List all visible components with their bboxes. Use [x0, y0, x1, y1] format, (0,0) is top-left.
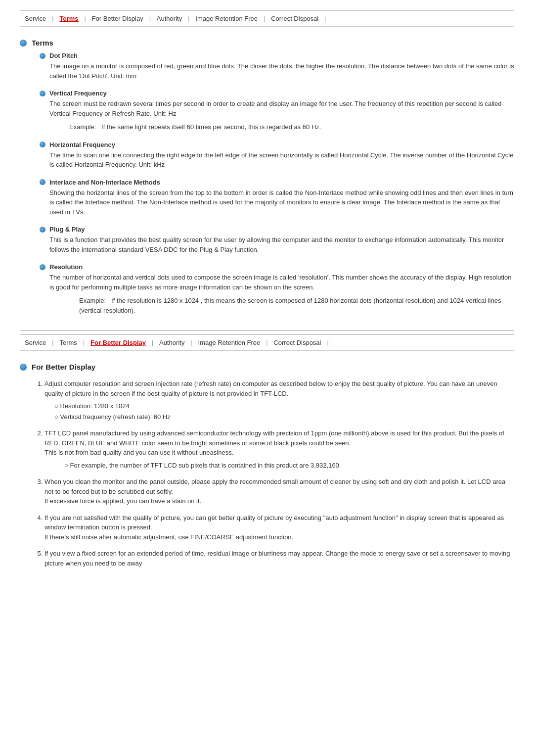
fbd-item-1-sub-2: Vertical frequency (refresh rate): 60 Hz [54, 412, 514, 422]
resolution-subsection: Resolution The number of horizontal and … [40, 263, 514, 315]
horizontal-freq-dot [40, 142, 45, 147]
dot-pitch-title: Dot Pitch [49, 52, 78, 59]
plug-play-title: Plug & Play [49, 226, 85, 233]
plug-play-body: This is a function that provides the bes… [49, 235, 514, 254]
nav-terms-2[interactable]: Terms [54, 338, 82, 347]
terms-section: Terms Dot Pitch The image on a monitor i… [20, 39, 514, 315]
dot-pitch-body: The image on a monitor is composed of re… [49, 61, 514, 81]
vertical-freq-dot [40, 91, 45, 96]
resolution-example-label: Example: [79, 297, 111, 304]
fbd-item-2-text: TFT LCD panel manufactured by using adva… [44, 429, 504, 456]
resolution-dot [40, 264, 45, 270]
vertical-freq-example-label: Example: [69, 123, 101, 131]
horizontal-freq-subsection: Horizontal Frequency The time to scan on… [40, 141, 514, 170]
nav-authority-2[interactable]: Authority [154, 338, 189, 347]
nav-bar-top: Service | Terms | For Better Display | A… [20, 10, 514, 27]
fbd-item-2-subitem: ○ For example, the number of TFT LCD sub… [64, 461, 514, 471]
vertical-freq-body: The screen must be redrawn several times… [49, 99, 514, 118]
fbd-item-3-text: When you clean the monitor and the panel… [44, 478, 505, 505]
resolution-title: Resolution [49, 263, 83, 271]
nav-service-2[interactable]: Service [20, 338, 51, 347]
vertical-freq-example: Example: If the same light repeats itsel… [69, 122, 514, 132]
fbd-item-5: If you view a fixed screen for an extend… [44, 549, 514, 568]
nav-imageretention-2[interactable]: Image Retention Free [193, 338, 266, 347]
nav-correctdisposal-2[interactable]: Correct Disposal [268, 338, 326, 347]
resolution-example-text: If the resolution is 1280 x 1024 , this … [79, 297, 501, 314]
nav-forbetter-1[interactable]: For Better Display [87, 14, 148, 23]
resolution-header: Resolution [40, 263, 514, 271]
nav-sep-m5: | [265, 339, 268, 346]
fbd-item-1-text: Adjust computer resolution and screen in… [44, 380, 497, 397]
interlace-body: Showing the horizontal lines of the scre… [49, 188, 514, 217]
horizontal-freq-title: Horizontal Frequency [49, 141, 115, 148]
fbd-list: Adjust computer resolution and screen in… [44, 379, 514, 568]
interlace-title: Interlace and Non-Interlace Methods [49, 179, 160, 186]
nav-sep-4: | [187, 15, 190, 22]
fbd-section-header: For Better Display [20, 363, 514, 371]
fbd-item-4-text: If you are not satisfied with the qualit… [44, 514, 504, 541]
vertical-freq-subsection: Vertical Frequency The screen must be re… [40, 90, 514, 132]
vertical-freq-example-text: If the same light repeats itself 60 time… [101, 123, 321, 131]
nav-sep-2: | [84, 15, 87, 22]
nav-sep-1: | [51, 15, 54, 22]
nav-authority-1[interactable]: Authority [152, 14, 187, 23]
terms-main-title: Terms [32, 39, 53, 47]
interlace-subsection: Interlace and Non-Interlace Methods Show… [40, 179, 514, 217]
dot-pitch-header: Dot Pitch [40, 52, 514, 59]
dot-pitch-subsection: Dot Pitch The image on a monitor is comp… [40, 52, 514, 81]
fbd-item-5-text: If you view a fixed screen for an extend… [44, 550, 510, 567]
nav-terms-1[interactable]: Terms [54, 14, 83, 23]
plug-play-dot [40, 227, 45, 233]
nav-imageretention-1[interactable]: Image Retention Free [190, 14, 263, 23]
nav-sep-m1: | [51, 339, 54, 346]
resolution-example: Example: If the resolution is 1280 x 102… [79, 296, 514, 315]
nav-bar-middle: Service | Terms | For Better Display | A… [20, 334, 514, 351]
nav-sep-m3: | [151, 339, 154, 346]
nav-correctdisposal-1[interactable]: Correct Disposal [266, 14, 323, 23]
plug-play-subsection: Plug & Play This is a function that prov… [40, 226, 514, 254]
fbd-item-2: TFT LCD panel manufactured by using adva… [44, 428, 514, 470]
fbd-item-1-sub-1: Resolution: 1280 x 1024 [54, 401, 514, 411]
fbd-item-1: Adjust computer resolution and screen in… [44, 379, 514, 422]
fbd-item-4: If you are not satisfied with the qualit… [44, 513, 514, 542]
nav-sep-m4: | [189, 339, 193, 346]
nav-forbetter-2[interactable]: For Better Display [86, 338, 151, 347]
interlace-header: Interlace and Non-Interlace Methods [40, 179, 514, 186]
for-better-display-section: For Better Display Adjust computer resol… [20, 363, 514, 568]
fbd-main-title: For Better Display [32, 363, 95, 371]
terms-section-header: Terms [20, 39, 514, 47]
nav-service-1[interactable]: Service [20, 14, 51, 23]
nav-sep-6: | [323, 15, 327, 22]
interlace-dot [40, 179, 45, 185]
divider-middle [20, 330, 514, 331]
nav-sep-m6: | [326, 339, 330, 346]
fbd-item-2-subitem-text: For example, the number of TFT LCD sub p… [70, 462, 341, 469]
terms-blue-dot [20, 40, 27, 47]
vertical-freq-header: Vertical Frequency [40, 90, 514, 97]
fbd-blue-dot [20, 364, 27, 371]
nav-sep-m2: | [82, 339, 86, 346]
horizontal-freq-body: The time to scan one line connecting the… [49, 150, 514, 170]
nav-sep-3: | [148, 15, 152, 22]
nav-sep-5: | [263, 15, 266, 22]
fbd-item-1-sublist: Resolution: 1280 x 1024 Vertical frequen… [54, 401, 514, 422]
dot-pitch-dot [40, 53, 45, 59]
fbd-item-3: When you clean the monitor and the panel… [44, 477, 514, 506]
plug-play-header: Plug & Play [40, 226, 514, 233]
horizontal-freq-header: Horizontal Frequency [40, 141, 514, 148]
resolution-body: The number of horizontal and vertical do… [49, 273, 514, 292]
vertical-freq-title: Vertical Frequency [49, 90, 107, 97]
